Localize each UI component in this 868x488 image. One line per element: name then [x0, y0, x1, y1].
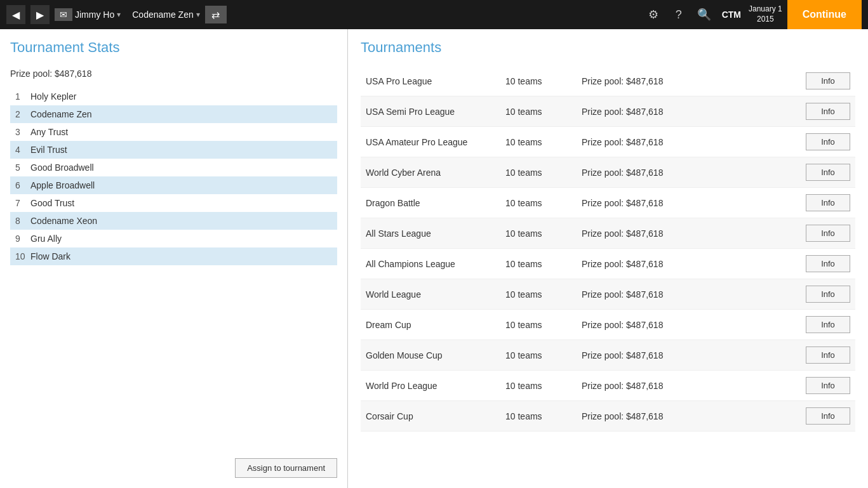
tournament-teams: 10 teams	[505, 228, 582, 239]
tournaments-title: Tournaments	[361, 39, 855, 56]
tournament-name: Golden Mouse Cup	[366, 350, 505, 360]
tournament-name: World League	[366, 289, 505, 300]
help-button[interactable]: ?	[669, 4, 689, 25]
tournament-info-button[interactable]: Info	[806, 377, 850, 394]
standings-team-name: Codename Xeon	[30, 216, 332, 226]
tournament-row: World Pro League 10 teams Prize pool: $4…	[361, 371, 855, 401]
tournament-prize: Prize pool: $487,618	[582, 76, 806, 86]
continue-button[interactable]: Continue	[787, 0, 862, 29]
standings-item: 6Apple Broadwell	[10, 176, 337, 194]
user-section: ✉ Jimmy Ho ▾	[55, 8, 121, 21]
tournament-teams: 10 teams	[505, 259, 582, 269]
tournament-prize: Prize pool: $487,618	[582, 259, 806, 269]
user-dropdown-arrow[interactable]: ▾	[117, 10, 121, 19]
tournament-teams: 10 teams	[505, 381, 582, 391]
tournament-info-button[interactable]: Info	[806, 225, 850, 242]
standings-rank: 6	[15, 180, 30, 190]
tournament-name: USA Amateur Pro League	[366, 137, 505, 147]
tournament-name: Dream Cup	[366, 320, 505, 330]
standings-rank: 2	[15, 109, 30, 119]
standings-item: 4Evil Trust	[10, 141, 337, 159]
standings-item: 2Codename Zen	[10, 105, 337, 123]
tournament-prize: Prize pool: $487,618	[582, 137, 806, 147]
tournament-prize: Prize pool: $487,618	[582, 198, 806, 208]
tournament-teams: 10 teams	[505, 320, 582, 330]
tournament-teams: 10 teams	[505, 289, 582, 300]
standings-rank: 3	[15, 127, 30, 137]
tournament-info-button[interactable]: Info	[806, 72, 850, 89]
mail-icon[interactable]: ✉	[55, 8, 72, 21]
tournament-name: World Cyber Arena	[366, 168, 505, 178]
transfer-button[interactable]: ⇄	[205, 6, 227, 23]
tournament-info-button[interactable]: Info	[806, 286, 850, 303]
tournament-row: Corsair Cup 10 teams Prize pool: $487,61…	[361, 401, 855, 432]
standings-team-name: Codename Zen	[30, 109, 332, 119]
tournament-info-button[interactable]: Info	[806, 407, 850, 425]
standings-item: 1Holy Kepler	[10, 88, 337, 105]
ctm-label: CTM	[722, 10, 741, 20]
tournament-prize: Prize pool: $487,618	[582, 350, 806, 360]
forward-button[interactable]: ▶	[30, 5, 50, 24]
standings-team-name: Holy Kepler	[30, 91, 332, 102]
tournament-teams: 10 teams	[505, 350, 582, 360]
standings-item: 5Good Broadwell	[10, 159, 337, 176]
standings-item: 9Gru Ally	[10, 230, 337, 247]
user-name: Jimmy Ho	[75, 10, 114, 20]
tournament-info-button[interactable]: Info	[806, 194, 850, 211]
standings-rank: 5	[15, 162, 30, 173]
team-section: Codename Zen ▾	[132, 10, 200, 20]
standings-team-name: Apple Broadwell	[30, 180, 332, 190]
standings-rank: 8	[15, 216, 30, 226]
standings-item: 10Flow Dark	[10, 247, 337, 265]
tournament-row: Dream Cup 10 teams Prize pool: $487,618 …	[361, 310, 855, 340]
tournament-row: Golden Mouse Cup 10 teams Prize pool: $4…	[361, 340, 855, 371]
tournament-stats-panel: Tournament Stats Prize pool: $487,618 1H…	[0, 29, 348, 488]
tournament-info-button[interactable]: Info	[806, 255, 850, 272]
team-dropdown-arrow[interactable]: ▾	[196, 10, 200, 19]
assign-to-tournament-button[interactable]: Assign to tournament	[235, 458, 337, 478]
tournament-info-button[interactable]: Info	[806, 316, 850, 333]
search-button[interactable]: 🔍	[694, 4, 714, 25]
standings-item: 3Any Trust	[10, 123, 337, 141]
tournament-prize: Prize pool: $487,618	[582, 289, 806, 300]
tournament-name: USA Pro League	[366, 76, 505, 86]
tournament-row: World League 10 teams Prize pool: $487,6…	[361, 279, 855, 310]
standings-item: 7Good Trust	[10, 194, 337, 212]
tournament-prize: Prize pool: $487,618	[582, 411, 806, 421]
tournaments-list: USA Pro League 10 teams Prize pool: $487…	[361, 66, 855, 432]
date-display: January 1 2015	[749, 4, 782, 24]
tournament-info-button[interactable]: Info	[806, 164, 850, 181]
tournament-teams: 10 teams	[505, 137, 582, 147]
team-name: Codename Zen	[132, 10, 194, 20]
tournament-prize: Prize pool: $487,618	[582, 381, 806, 391]
standings-team-name: Flow Dark	[30, 251, 332, 261]
standings-rank: 10	[15, 251, 30, 261]
standings-team-name: Good Trust	[30, 198, 332, 208]
tournament-row: World Cyber Arena 10 teams Prize pool: $…	[361, 157, 855, 188]
tournament-row: Dragon Battle 10 teams Prize pool: $487,…	[361, 188, 855, 218]
tournament-prize: Prize pool: $487,618	[582, 168, 806, 178]
tournament-teams: 10 teams	[505, 107, 582, 117]
tournament-teams: 10 teams	[505, 198, 582, 208]
tournament-row: USA Amateur Pro League 10 teams Prize po…	[361, 127, 855, 157]
tournament-info-button[interactable]: Info	[806, 133, 850, 150]
tournament-info-button[interactable]: Info	[806, 346, 850, 364]
tournaments-panel: Tournaments USA Pro League 10 teams Priz…	[348, 29, 868, 488]
standings-team-name: Any Trust	[30, 127, 332, 137]
tournament-prize: Prize pool: $487,618	[582, 228, 806, 239]
settings-button[interactable]: ⚙	[643, 4, 664, 25]
tournament-name: Corsair Cup	[366, 411, 505, 421]
tournament-stats-title: Tournament Stats	[10, 39, 337, 56]
tournament-name: USA Semi Pro League	[366, 107, 505, 117]
tournament-name: All Champions League	[366, 259, 505, 269]
standings-list: 1Holy Kepler2Codename Zen3Any Trust4Evil…	[10, 88, 337, 448]
tournament-name: Dragon Battle	[366, 198, 505, 208]
tournament-info-button[interactable]: Info	[806, 103, 850, 120]
standings-item: 8Codename Xeon	[10, 212, 337, 230]
tournament-name: World Pro League	[366, 381, 505, 391]
back-button[interactable]: ◀	[6, 5, 25, 24]
top-navigation: ◀ ▶ ✉ Jimmy Ho ▾ Codename Zen ▾ ⇄ ⚙ ? 🔍 …	[0, 0, 868, 29]
standings-team-name: Gru Ally	[30, 234, 332, 244]
prize-pool-label: Prize pool: $487,618	[10, 69, 337, 79]
standings-rank: 1	[15, 91, 30, 102]
